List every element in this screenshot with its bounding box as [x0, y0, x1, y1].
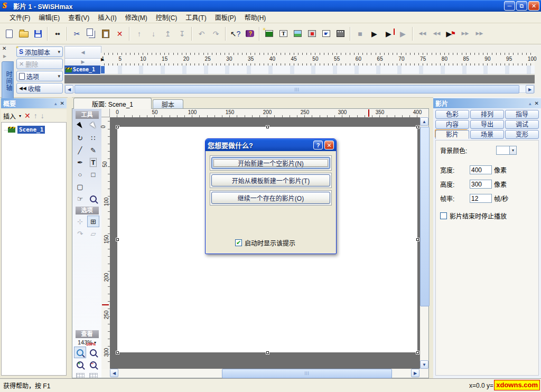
zoom-tool[interactable] [87, 193, 99, 204]
outline-move-up-button[interactable]: ↑ [34, 112, 38, 119]
new-movie-button[interactable] [2, 26, 16, 41]
line-tool[interactable]: ╱ [74, 144, 86, 156]
menu-item[interactable]: 文件(F) [5, 12, 34, 23]
stop-button[interactable]: ■ [353, 26, 367, 41]
canvas-scroll-down-arrow[interactable]: ▼ [420, 360, 428, 369]
close-button[interactable]: ✕ [528, 1, 539, 11]
play-movie-button[interactable]: ▶ [367, 26, 381, 41]
show-grid-tool[interactable] [74, 371, 86, 378]
open-existing-movie-button[interactable]: 继续一个存在的影片(O) [211, 192, 330, 204]
delete-script-button[interactable]: ✕ 删除 [16, 59, 63, 69]
ellipse-tool[interactable]: ○ [74, 169, 86, 180]
timeline-scene-row[interactable]: Scene_1 [64, 66, 100, 74]
movie-tab-指导[interactable]: 指导 [505, 110, 539, 119]
stage-resize-handle[interactable] [416, 351, 419, 354]
rectangle-tool[interactable]: □ [87, 169, 99, 180]
menu-item[interactable]: 插入(I) [94, 12, 120, 23]
stage-resize-handle[interactable] [116, 125, 119, 129]
panel-minimize-icon[interactable]: ▴ [54, 101, 57, 106]
outline-move-down-button[interactable]: ↓ [41, 112, 44, 119]
insert-movieclip-button[interactable] [333, 26, 348, 41]
move-up-button[interactable]: ↑ [132, 26, 146, 41]
canvas-scroll-right-arrow[interactable]: ▶ [411, 369, 419, 377]
find-button[interactable]: ●● [50, 26, 64, 41]
stage-resize-handle[interactable] [416, 238, 419, 241]
stage-resize-handle[interactable] [266, 125, 269, 129]
insert-button-object-button[interactable] [305, 26, 319, 41]
collapse-button[interactable]: ◀◀ 收缩 [16, 83, 63, 94]
panel-close-icon[interactable]: ✕ [60, 100, 64, 106]
add-script-button[interactable]: S 添加脚本 ▾ [16, 46, 63, 57]
movie-tab-影片[interactable]: 影片 [435, 130, 469, 139]
move-down-button[interactable]: ↓ [146, 26, 161, 41]
tab-script[interactable]: 脚本 [153, 99, 183, 109]
restore-button[interactable]: ⧉ [516, 1, 527, 11]
pencil-tool[interactable]: ✎ [87, 144, 99, 156]
pen-tool[interactable]: ✒ [74, 156, 86, 168]
menu-item[interactable]: 修改(M) [121, 12, 152, 23]
next-frame-button[interactable]: ▶▶ [458, 26, 472, 41]
text-tool[interactable]: T [87, 156, 99, 168]
bring-to-front-button[interactable]: ↥ [161, 26, 175, 41]
redo-button[interactable]: ↷ [209, 26, 223, 41]
panel-close-icon[interactable]: ✕ [535, 100, 539, 106]
zoom-100-tool[interactable]: 100% [87, 347, 99, 358]
insert-image-button[interactable] [291, 26, 305, 41]
chevron-down-icon[interactable]: ▾ [19, 114, 21, 118]
zoom-area-tool[interactable] [74, 347, 86, 358]
timeline-scroll-thumb[interactable]: ||| [74, 85, 519, 94]
background-color-swatch[interactable] [496, 146, 510, 155]
height-input[interactable] [470, 180, 492, 189]
canvas-hscroll-thumb[interactable]: ||| [222, 369, 392, 378]
movie-tab-调试[interactable]: 调试 [505, 120, 539, 129]
movie-tab-导出[interactable]: 导出 [470, 120, 504, 129]
color-dropdown-button[interactable]: ▾ [510, 146, 517, 155]
menu-item[interactable]: 查看(V) [64, 12, 94, 23]
new-from-template-button[interactable]: 开始从模板新建一个影片(T) [211, 174, 330, 186]
current-frame-marker[interactable] [101, 66, 105, 73]
movie-tab-场景[interactable]: 场景 [470, 130, 504, 139]
zoom-in-tool[interactable]: + [74, 359, 86, 370]
canvas-vscroll-thumb[interactable] [420, 127, 430, 306]
show-at-startup-checkbox[interactable]: ✔ [235, 239, 242, 246]
zoom-out-tool[interactable]: − [87, 359, 99, 370]
stage-resize-handle[interactable] [266, 351, 269, 354]
framerate-input[interactable] [470, 194, 492, 203]
previous-frame-button[interactable]: ◀◀ [430, 26, 444, 41]
timeline-scroll-right-button[interactable]: ▶ [64, 58, 101, 66]
movie-tab-色彩[interactable]: 色彩 [435, 110, 469, 119]
open-button[interactable] [16, 26, 31, 41]
transform-points-option[interactable]: ⊞ [87, 216, 99, 227]
snap-option[interactable]: ⊹ [74, 216, 86, 227]
scroll-right-arrow[interactable]: ▶ [526, 85, 534, 94]
timeline-pin-icon[interactable]: ▶ [3, 54, 6, 59]
rotate-tool[interactable]: ↻ [74, 132, 86, 144]
save-button[interactable] [31, 26, 45, 41]
play-effect-button[interactable]: ▶ [396, 26, 410, 41]
play-timeline-button[interactable]: ▶ [381, 26, 396, 41]
timeline-frame-ruler[interactable]: 1510152025303540455055606570758085909510… [100, 53, 535, 66]
roundrect-tool[interactable]: ▢ [74, 181, 86, 192]
timeline-vertical-tab[interactable]: 时间轴 [2, 61, 14, 100]
stop-at-end-checkbox[interactable] [440, 212, 447, 219]
select-tool[interactable] [74, 120, 86, 132]
minimize-button[interactable]: ─ [504, 1, 515, 11]
width-input[interactable] [470, 165, 492, 174]
insert-sprite-button[interactable]: ☛ [319, 26, 333, 41]
timeline-scroll-left-button[interactable]: ◀ [64, 46, 101, 59]
outline-delete-button[interactable]: ✕ [24, 112, 31, 119]
stage-resize-handle[interactable] [416, 125, 419, 129]
goto-first-frame-button[interactable]: ◀◀ [415, 26, 430, 41]
dialog-help-button[interactable]: ? [313, 141, 323, 150]
menu-item[interactable]: 编辑(E) [34, 12, 64, 23]
timeline-hscrollbar[interactable]: ◀ ||| ▶ [64, 85, 535, 93]
movie-tab-变形[interactable]: 变形 [505, 130, 539, 139]
insert-scene-button[interactable]: ✳ [262, 26, 276, 41]
menu-item[interactable]: 控制(C) [152, 12, 182, 23]
new-empty-movie-button[interactable]: 开始新建一个空影片(N) [211, 157, 330, 169]
scroll-left-arrow[interactable]: ◀ [65, 85, 73, 94]
dialog-close-button[interactable]: ✕ [324, 141, 334, 150]
reshape-option[interactable]: ▱ [87, 228, 99, 239]
send-to-back-button[interactable]: ↧ [175, 26, 189, 41]
tab-layout[interactable]: 版面: Scene_1 [73, 98, 152, 109]
